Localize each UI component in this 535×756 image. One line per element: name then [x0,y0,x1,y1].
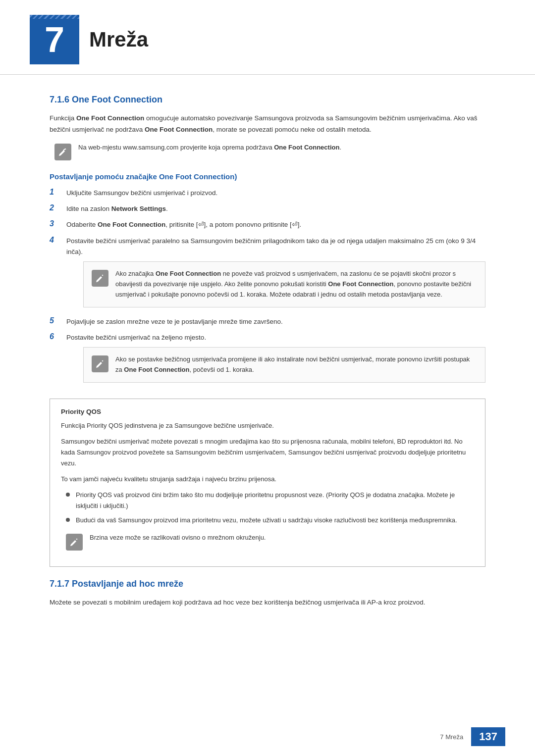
intro-bold2: One Foot Connection [145,126,213,133]
intro-text3: , morate se povezati pomoću neke od osta… [213,126,371,133]
note-icon-6 [92,355,108,372]
priority-note-text: Brzina veze može se razlikovati ovisno o… [90,533,266,543]
pencil-icon [58,147,68,157]
step-note-4: Ako značajka One Foot Connection ne pove… [83,261,485,307]
step-item-4: 4 Postavite bežični usmjerivač paralelno… [50,236,485,311]
step-text-5: Pojavljuje se zaslon mrežne veze te je p… [66,316,485,327]
step-number-6: 6 [50,332,63,341]
step-text-1: Uključite Samsungov bežični usmjerivač i… [66,188,485,199]
step-number-5: 5 [50,316,63,325]
step-note-text-6: Ako se postavke bežičnog usmjerivača pro… [115,354,477,375]
intro-text1: Funkcija [50,114,76,122]
priority-bullets: Priority QOS vaš proizvod čini bržim tak… [66,490,474,525]
chapter-number-box: 7 [30,15,79,64]
steps-list: 1 Uključite Samsungov bežični usmjerivač… [50,188,485,387]
chapter-number: 7 [45,19,64,60]
section-717-text: Možete se povezati s mobilnim uređajem k… [50,597,485,608]
note-box-1: Na web-mjestu www.samsung.com provjerite… [50,143,485,160]
priority-note-box: Brzina veze može se razlikovati ovisno o… [61,533,474,551]
priority-qos-box: Priority QOS Funkcija Priority QOS jedin… [50,399,485,567]
intro-bold1: One Foot Connection [76,114,144,122]
note-text-1: Na web-mjestu www.samsung.com provjerite… [78,143,341,153]
pencil-icon-6 [95,359,105,369]
footer-label: 7 Mreža [440,733,463,741]
step-text-4: Postavite bežični usmjerivač paralelno s… [66,237,476,255]
step-number-3: 3 [50,219,63,228]
bullet-dot-2 [66,518,70,522]
note-icon-4 [92,270,108,287]
priority-qos-title: Priority QOS [61,408,474,415]
subsection-heading: Postavljanje pomoću značajke One Foot Co… [50,172,485,181]
step-item-2: 2 Idite na zaslon Network Settings. [50,203,485,214]
step-text-3: Odaberite One Foot Connection, pritisnit… [66,219,485,230]
priority-para3: To vam jamči najveću kvalitetu strujanja… [61,474,474,485]
priority-para2: Samsungov bežični usmjerivač možete pove… [61,436,474,469]
note-icon-priority [66,534,83,551]
step-note-6: Ako se postavke bežičnog usmjerivača pro… [83,347,485,383]
chapter-header: 7 Mreža [0,0,535,75]
bullet-item-2: Budući da vaš Samsungov proizvod ima pri… [66,515,474,525]
section-717-heading: 7.1.7 Postavljanje ad hoc mreže [50,579,485,589]
bullet-dot-1 [66,493,70,497]
page-footer: 7 Mreža 137 [440,727,505,746]
step-number-2: 2 [50,203,63,212]
footer-page-number: 137 [471,727,505,746]
chapter-title: Mreža [89,28,148,51]
step-text-6: Postavite bežični usmjerivač na željeno … [66,334,206,341]
step-note-text-4: Ako značajka One Foot Connection ne pove… [115,269,477,300]
bullet-item-1: Priority QOS vaš proizvod čini bržim tak… [66,490,474,511]
step-item-1: 1 Uključite Samsungov bežični usmjerivač… [50,188,485,199]
step-number-4: 4 [50,236,63,245]
step-item-3: 3 Odaberite One Foot Connection, pritisn… [50,219,485,230]
note-box-6: Ako se postavke bežičnog usmjerivača pro… [92,354,477,375]
step-item-6: 6 Postavite bežični usmjerivač na željen… [50,332,485,387]
step-item-5: 5 Pojavljuje se zaslon mrežne veze te je… [50,316,485,327]
section-716-heading: 7.1.6 One Foot Connection [50,95,485,105]
main-content: 7.1.6 One Foot Connection Funkcija One F… [0,95,535,645]
pencil-icon-priority [69,537,79,547]
step-text-2: Idite na zaslon Network Settings. [66,203,485,214]
pencil-icon-4 [95,273,105,283]
section-716-intro: Funkcija One Foot Connection omogućuje a… [50,113,485,136]
note-box-4: Ako značajka One Foot Connection ne pove… [92,269,477,300]
step-number-1: 1 [50,188,63,197]
note-icon-1 [54,144,71,160]
priority-para1: Funkcija Priority QOS jedinstvena je za … [61,420,474,431]
